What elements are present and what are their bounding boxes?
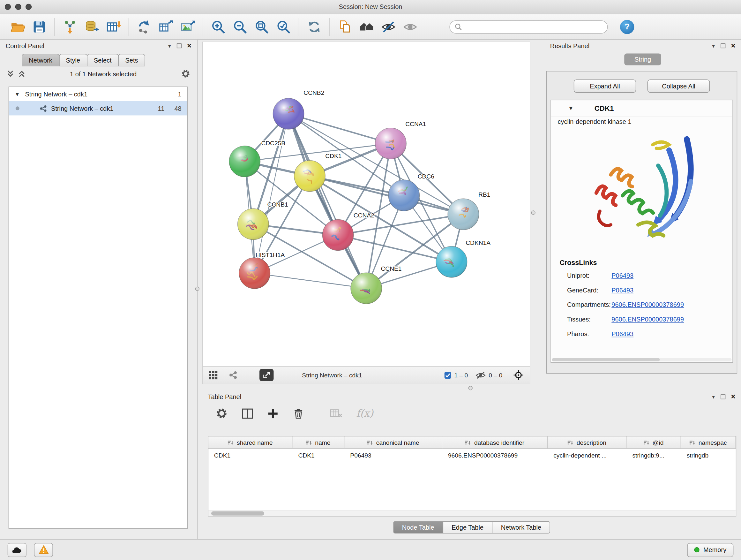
open-session-button[interactable] (7, 16, 28, 38)
crosslink-link[interactable]: P06493 (611, 330, 633, 337)
import-network-database-button[interactable] (81, 16, 103, 38)
cloud-status-button[interactable] (8, 543, 26, 557)
save-session-button[interactable] (28, 16, 50, 38)
panel-close-icon[interactable]: × (731, 42, 735, 50)
crosslink-row-compartments: Compartments: 9606.ENSP00000378699 (551, 298, 733, 312)
panel-menu-icon[interactable]: ▾ (168, 43, 171, 49)
tab-style[interactable]: Style (59, 54, 87, 66)
delete-table-button[interactable] (328, 406, 344, 422)
crosslink-link[interactable]: 9606.ENSP00000378699 (611, 316, 684, 323)
maximize-window-button[interactable] (25, 4, 31, 10)
hidden-eye-icon[interactable] (475, 371, 486, 380)
show-columns-button[interactable] (239, 406, 255, 422)
column-header-canonical-name[interactable]: canonical name (345, 436, 443, 449)
minimize-window-button[interactable] (15, 4, 21, 10)
results-scrollbar[interactable] (552, 358, 732, 361)
network-edge[interactable] (255, 114, 288, 273)
grid-view-icon[interactable] (208, 370, 218, 380)
network-canvas[interactable]: CCNB2CCNA1CDC25BCDK1CDC6RB1CCNB1CCNA2CDK… (203, 42, 530, 366)
network-edge[interactable] (288, 114, 366, 288)
network-node-ccna1[interactable]: CCNA1 (375, 121, 426, 159)
network-node-ccnb2[interactable]: CCNB2 (273, 89, 324, 129)
panel-menu-icon[interactable]: ▾ (712, 394, 715, 400)
panel-close-icon[interactable]: × (187, 42, 192, 50)
scrollbar-thumb[interactable] (211, 511, 264, 515)
network-node-hist1h1a[interactable]: HIST1H1A (239, 252, 285, 289)
tab-select[interactable]: Select (87, 54, 119, 66)
table-settings-button[interactable] (213, 406, 229, 422)
network-graph[interactable]: CCNB2CCNA1CDC25BCDK1CDC6RB1CCNB1CCNA2CDK… (203, 42, 530, 366)
gear-icon[interactable] (181, 69, 191, 78)
home-button[interactable] (356, 16, 378, 38)
crosslink-link[interactable]: 9606.ENSP00000378699 (611, 301, 684, 308)
vertical-splitter-handle[interactable] (195, 287, 199, 291)
panel-float-icon[interactable] (177, 44, 181, 48)
network-node-cdkn1a[interactable]: CDKN1A (436, 240, 490, 277)
show-all-button[interactable] (399, 16, 421, 38)
vertical-splitter-handle[interactable] (531, 210, 536, 214)
zoom-fit-button[interactable] (251, 16, 273, 38)
tab-string[interactable]: String (624, 53, 661, 65)
search-input[interactable] (465, 23, 603, 30)
network-edge[interactable] (338, 235, 452, 262)
zoom-in-button[interactable] (207, 16, 229, 38)
delete-column-button[interactable] (290, 406, 306, 422)
import-network-file-button[interactable] (59, 16, 81, 38)
tree-expander-icon[interactable]: ▼ (15, 91, 21, 97)
column-header-id[interactable]: @id (627, 436, 681, 449)
collapse-all-button[interactable]: Collapse All (648, 79, 710, 92)
tab-node-table[interactable]: Node Table (393, 521, 443, 534)
export-table-button[interactable] (155, 16, 177, 38)
columns-icon (241, 407, 254, 420)
network-row-selected[interactable]: String Network – cdk1 11 48 (9, 101, 187, 115)
network-node-rb1[interactable]: RB1 (448, 191, 490, 230)
column-header-description[interactable]: description (548, 436, 626, 449)
column-header-name[interactable]: name (293, 436, 345, 449)
selected-checkbox-icon[interactable] (444, 372, 451, 379)
network-collection-row[interactable]: ▼ String Network – cdk1 1 (9, 87, 187, 101)
birdseye-view-icon[interactable] (228, 370, 238, 380)
function-builder-button[interactable]: f(x) (354, 406, 376, 422)
column-header-shared-name[interactable]: shared name (208, 436, 293, 449)
horizontal-splitter-handle[interactable] (468, 386, 473, 390)
crosshair-icon[interactable] (513, 369, 524, 381)
table-row[interactable]: CDK1 CDK1 P06493 9606.ENSP00000378699 cy… (208, 449, 736, 462)
collapse-all-icon[interactable] (7, 70, 14, 78)
collapse-caret-icon[interactable]: ▼ (568, 105, 574, 111)
table-horizontal-scrollbar[interactable] (208, 510, 736, 516)
warnings-button[interactable] (34, 543, 53, 557)
tab-network-table[interactable]: Network Table (492, 521, 550, 534)
memory-button[interactable]: Memory (687, 543, 734, 557)
apply-layout-button[interactable] (304, 16, 325, 38)
panel-float-icon[interactable] (721, 394, 725, 399)
expand-all-button[interactable]: Expand All (574, 79, 636, 92)
network-edge[interactable] (310, 176, 463, 214)
network-node-cdk1[interactable]: CDK1 (294, 152, 342, 192)
add-column-button[interactable] (265, 406, 280, 422)
export-image-button[interactable] (177, 16, 199, 38)
panel-close-icon[interactable]: × (731, 393, 735, 401)
network-edge[interactable] (288, 114, 391, 143)
panel-float-icon[interactable] (721, 44, 725, 48)
column-header-database-identifier[interactable]: database identifier (442, 436, 548, 449)
expand-all-icon[interactable] (18, 70, 25, 78)
tab-network[interactable]: Network (22, 54, 59, 66)
close-window-button[interactable] (5, 4, 11, 10)
documents-button[interactable] (334, 16, 356, 38)
panel-menu-icon[interactable]: ▾ (712, 43, 715, 49)
zoom-selected-button[interactable] (273, 16, 294, 38)
network-node-ccnb1[interactable]: CCNB1 (238, 201, 288, 240)
hide-selected-button[interactable] (378, 16, 399, 38)
import-table-file-button[interactable] (103, 16, 124, 38)
help-button[interactable]: ? (620, 19, 634, 34)
tab-edge-table[interactable]: Edge Table (443, 521, 492, 534)
column-header-namespace[interactable]: namespac (681, 436, 736, 449)
tab-sets[interactable]: Sets (118, 54, 145, 66)
gene-section-header[interactable]: ▼ CDK1 (551, 100, 733, 116)
network-edge[interactable] (255, 273, 366, 288)
zoom-out-button[interactable] (229, 16, 251, 38)
export-view-button[interactable] (259, 369, 273, 381)
export-network-button[interactable] (133, 16, 155, 38)
crosslink-link[interactable]: P06493 (611, 287, 633, 294)
crosslink-link[interactable]: P06493 (611, 272, 633, 279)
